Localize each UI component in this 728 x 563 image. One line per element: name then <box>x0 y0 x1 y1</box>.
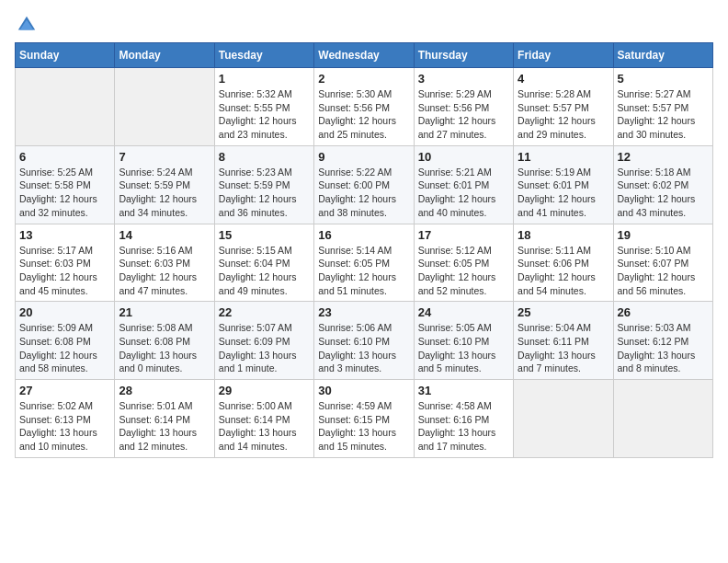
calendar-week-row: 20Sunrise: 5:09 AM Sunset: 6:08 PM Dayli… <box>16 302 713 380</box>
calendar-cell: 16Sunrise: 5:14 AM Sunset: 6:05 PM Dayli… <box>314 224 414 302</box>
day-number: 22 <box>219 305 310 319</box>
day-info: Sunrise: 5:14 AM Sunset: 6:05 PM Dayligh… <box>318 244 409 298</box>
calendar: SundayMondayTuesdayWednesdayThursdayFrid… <box>15 42 713 458</box>
day-info: Sunrise: 5:00 AM Sunset: 6:14 PM Dayligh… <box>219 399 310 454</box>
day-info: Sunrise: 5:12 AM Sunset: 6:05 PM Dayligh… <box>418 244 509 298</box>
calendar-header-row: SundayMondayTuesdayWednesdayThursdayFrid… <box>16 43 713 68</box>
day-info: Sunrise: 5:10 AM Sunset: 6:07 PM Dayligh… <box>618 244 709 298</box>
calendar-cell: 11Sunrise: 5:19 AM Sunset: 6:01 PM Dayli… <box>514 145 613 224</box>
day-number: 31 <box>418 384 509 397</box>
calendar-cell: 7Sunrise: 5:24 AM Sunset: 5:59 PM Daylig… <box>115 145 214 224</box>
calendar-cell: 29Sunrise: 5:00 AM Sunset: 6:14 PM Dayli… <box>214 380 313 458</box>
calendar-cell: 18Sunrise: 5:11 AM Sunset: 6:06 PM Dayli… <box>514 224 613 302</box>
day-info: Sunrise: 5:04 AM Sunset: 6:11 PM Dayligh… <box>518 321 609 375</box>
calendar-cell: 23Sunrise: 5:06 AM Sunset: 6:10 PM Dayli… <box>314 302 414 380</box>
calendar-cell: 6Sunrise: 5:25 AM Sunset: 5:58 PM Daylig… <box>16 145 115 224</box>
calendar-cell: 13Sunrise: 5:17 AM Sunset: 6:03 PM Dayli… <box>16 224 115 302</box>
day-info: Sunrise: 5:17 AM Sunset: 6:03 PM Dayligh… <box>19 244 110 298</box>
calendar-cell <box>514 380 613 458</box>
calendar-week-row: 1Sunrise: 5:32 AM Sunset: 5:55 PM Daylig… <box>16 68 713 146</box>
day-info: Sunrise: 5:32 AM Sunset: 5:55 PM Dayligh… <box>219 87 310 142</box>
day-info: Sunrise: 5:05 AM Sunset: 6:10 PM Dayligh… <box>418 321 509 375</box>
calendar-cell: 8Sunrise: 5:23 AM Sunset: 5:59 PM Daylig… <box>214 145 313 224</box>
day-info: Sunrise: 4:58 AM Sunset: 6:16 PM Dayligh… <box>418 399 509 454</box>
day-number: 25 <box>518 305 609 319</box>
calendar-cell: 4Sunrise: 5:28 AM Sunset: 5:57 PM Daylig… <box>514 68 613 146</box>
calendar-cell: 30Sunrise: 4:59 AM Sunset: 6:15 PM Dayli… <box>314 380 414 458</box>
calendar-cell: 10Sunrise: 5:21 AM Sunset: 6:01 PM Dayli… <box>414 145 513 224</box>
day-number: 21 <box>119 305 210 319</box>
day-number: 10 <box>418 150 509 164</box>
logo-icon <box>17 15 37 35</box>
day-info: Sunrise: 5:30 AM Sunset: 5:56 PM Dayligh… <box>318 87 409 142</box>
day-number: 7 <box>119 150 210 164</box>
day-of-week-header: Friday <box>514 43 613 68</box>
day-info: Sunrise: 4:59 AM Sunset: 6:15 PM Dayligh… <box>318 399 409 454</box>
day-number: 30 <box>318 384 409 397</box>
day-info: Sunrise: 5:22 AM Sunset: 6:00 PM Dayligh… <box>318 166 409 220</box>
day-info: Sunrise: 5:11 AM Sunset: 6:06 PM Dayligh… <box>518 244 609 298</box>
calendar-cell: 9Sunrise: 5:22 AM Sunset: 6:00 PM Daylig… <box>314 145 414 224</box>
day-info: Sunrise: 5:01 AM Sunset: 6:14 PM Dayligh… <box>119 399 210 454</box>
day-info: Sunrise: 5:29 AM Sunset: 5:56 PM Dayligh… <box>418 87 509 142</box>
day-number: 17 <box>418 228 509 242</box>
day-number: 26 <box>618 305 709 319</box>
calendar-cell: 22Sunrise: 5:07 AM Sunset: 6:09 PM Dayli… <box>214 302 313 380</box>
calendar-cell <box>613 380 712 458</box>
day-number: 8 <box>219 150 310 164</box>
calendar-cell: 24Sunrise: 5:05 AM Sunset: 6:10 PM Dayli… <box>414 302 513 380</box>
calendar-cell: 12Sunrise: 5:18 AM Sunset: 6:02 PM Dayli… <box>613 145 712 224</box>
calendar-cell <box>16 68 115 146</box>
day-info: Sunrise: 5:09 AM Sunset: 6:08 PM Dayligh… <box>19 321 110 375</box>
calendar-cell: 5Sunrise: 5:27 AM Sunset: 5:57 PM Daylig… <box>613 68 712 146</box>
day-number: 13 <box>19 228 110 242</box>
day-number: 14 <box>119 228 210 242</box>
day-info: Sunrise: 5:07 AM Sunset: 6:09 PM Dayligh… <box>219 321 310 375</box>
calendar-cell: 17Sunrise: 5:12 AM Sunset: 6:05 PM Dayli… <box>414 224 513 302</box>
day-number: 15 <box>219 228 310 242</box>
calendar-week-row: 27Sunrise: 5:02 AM Sunset: 6:13 PM Dayli… <box>16 380 713 458</box>
day-number: 5 <box>618 72 709 86</box>
day-info: Sunrise: 5:23 AM Sunset: 5:59 PM Dayligh… <box>219 166 310 220</box>
day-info: Sunrise: 5:03 AM Sunset: 6:12 PM Dayligh… <box>618 321 709 375</box>
day-info: Sunrise: 5:19 AM Sunset: 6:01 PM Dayligh… <box>518 166 609 220</box>
header <box>15 15 713 35</box>
day-number: 19 <box>618 228 709 242</box>
day-info: Sunrise: 5:24 AM Sunset: 5:59 PM Dayligh… <box>119 166 210 220</box>
calendar-cell: 26Sunrise: 5:03 AM Sunset: 6:12 PM Dayli… <box>613 302 712 380</box>
day-of-week-header: Sunday <box>16 43 115 68</box>
calendar-cell: 1Sunrise: 5:32 AM Sunset: 5:55 PM Daylig… <box>214 68 313 146</box>
day-number: 4 <box>518 72 609 86</box>
day-number: 3 <box>418 72 509 86</box>
day-of-week-header: Saturday <box>613 43 712 68</box>
day-number: 24 <box>418 305 509 319</box>
day-number: 2 <box>318 72 409 86</box>
day-number: 29 <box>219 384 310 397</box>
day-info: Sunrise: 5:08 AM Sunset: 6:08 PM Dayligh… <box>119 321 210 375</box>
calendar-cell: 3Sunrise: 5:29 AM Sunset: 5:56 PM Daylig… <box>414 68 513 146</box>
calendar-cell: 19Sunrise: 5:10 AM Sunset: 6:07 PM Dayli… <box>613 224 712 302</box>
calendar-week-row: 6Sunrise: 5:25 AM Sunset: 5:58 PM Daylig… <box>16 145 713 224</box>
day-number: 20 <box>19 305 110 319</box>
day-number: 27 <box>19 384 110 397</box>
day-info: Sunrise: 5:18 AM Sunset: 6:02 PM Dayligh… <box>618 166 709 220</box>
day-info: Sunrise: 5:25 AM Sunset: 5:58 PM Dayligh… <box>19 166 110 220</box>
day-info: Sunrise: 5:28 AM Sunset: 5:57 PM Dayligh… <box>518 87 609 142</box>
day-info: Sunrise: 5:21 AM Sunset: 6:01 PM Dayligh… <box>418 166 509 220</box>
calendar-cell: 31Sunrise: 4:58 AM Sunset: 6:16 PM Dayli… <box>414 380 513 458</box>
day-info: Sunrise: 5:16 AM Sunset: 6:03 PM Dayligh… <box>119 244 210 298</box>
calendar-cell <box>115 68 214 146</box>
calendar-cell: 28Sunrise: 5:01 AM Sunset: 6:14 PM Dayli… <box>115 380 214 458</box>
calendar-cell: 2Sunrise: 5:30 AM Sunset: 5:56 PM Daylig… <box>314 68 414 146</box>
day-number: 1 <box>219 72 310 86</box>
day-of-week-header: Monday <box>115 43 214 68</box>
calendar-cell: 15Sunrise: 5:15 AM Sunset: 6:04 PM Dayli… <box>214 224 313 302</box>
calendar-cell: 27Sunrise: 5:02 AM Sunset: 6:13 PM Dayli… <box>16 380 115 458</box>
calendar-cell: 20Sunrise: 5:09 AM Sunset: 6:08 PM Dayli… <box>16 302 115 380</box>
logo <box>15 15 37 35</box>
calendar-week-row: 13Sunrise: 5:17 AM Sunset: 6:03 PM Dayli… <box>16 224 713 302</box>
day-of-week-header: Tuesday <box>214 43 313 68</box>
day-number: 18 <box>518 228 609 242</box>
day-number: 28 <box>119 384 210 397</box>
calendar-cell: 14Sunrise: 5:16 AM Sunset: 6:03 PM Dayli… <box>115 224 214 302</box>
